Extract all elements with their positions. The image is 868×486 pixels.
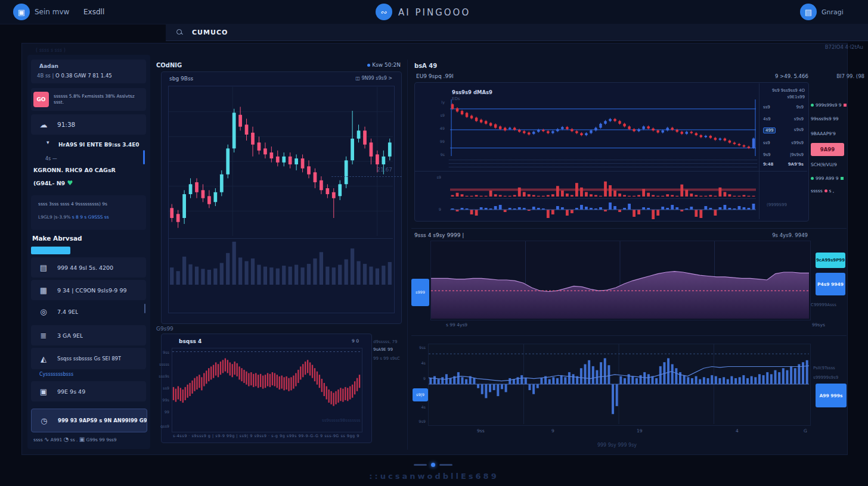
bottom-xlabel: 9ss (477, 428, 485, 434)
center-logo-icon[interactable]: ∾ (376, 4, 392, 20)
right-indicator-2[interactable] (450, 200, 756, 219)
chevron-down-icon: ▾ (46, 139, 49, 145)
sidebar-time-row[interactable]: ☁ 91:38 (31, 114, 146, 135)
area-cyan-button[interactable]: 9cA99s9P99 (816, 253, 845, 268)
carousel-pagination[interactable] (414, 463, 455, 467)
bottom-ylabel: 4s (413, 405, 426, 410)
app-logo-icon[interactable]: ▣ (13, 4, 30, 20)
account-title: Aadan (39, 63, 58, 69)
bottom-xlabel: G (804, 428, 807, 434)
gauge-icon[interactable]: ◔ (64, 436, 69, 443)
camera-icon: ◫ (355, 76, 360, 81)
scale-row: ss99s9 (763, 105, 804, 110)
sidebar-item-power[interactable]: ◎ 7.4 9EL (31, 303, 146, 320)
layers-icon: ≣ (35, 331, 52, 340)
scale-note: (9999S99 (767, 202, 804, 207)
indicator-divider (415, 171, 807, 172)
bottom-blue-button[interactable]: A99 999s (816, 384, 847, 407)
sell-badge[interactable]: 9A99 (811, 143, 844, 156)
dotted-row (449, 160, 757, 160)
app-title: AI PINGOOO (398, 7, 470, 18)
search-input[interactable] (191, 28, 372, 37)
pink-dot-icon (824, 189, 827, 192)
sidebar-item-bank[interactable]: ▦ 9 34 | CC9ON 9sls9-9 99 (31, 280, 146, 300)
main-volume-chart[interactable] (169, 239, 393, 285)
page-dot-active[interactable] (431, 463, 435, 467)
area-blue-button[interactable]: P4s9 9949 (816, 273, 845, 295)
area-bottom-left-label: s 99 4ys9 (446, 322, 467, 328)
bottom-xlabel: 19 (637, 428, 643, 434)
nav-item-1[interactable]: Sein mvw (35, 8, 69, 16)
sidebar-footer: ssss ∿ A991 ◔ ss . ▣ G99s 99 9ss9 (33, 436, 147, 443)
legend-item[interactable]: 99sss9s9 99 (811, 116, 847, 122)
account-line: 4B ss | (37, 73, 54, 79)
sidebar-heading-1: KGRONN. RHC9 A0 CAGsR (33, 167, 144, 173)
legend-item[interactable]: SCH(9/VU/9 (811, 162, 847, 167)
wave-icon[interactable]: ∿ (44, 436, 49, 443)
bottom-ylabel: 9ss (413, 345, 426, 350)
right-candlestick-chart[interactable] (450, 99, 756, 156)
scale-row: ss9s99s9 (763, 141, 804, 145)
status-dot (367, 64, 370, 67)
rsi-watermark: ss9sssss9Bsssssss (322, 418, 370, 423)
sidebar-item-holdings[interactable]: ▤ 999 44 9sl 5s. 4200 (31, 257, 146, 278)
legend-item[interactable]: 999s99s9 9 (811, 102, 847, 108)
alert-text: ssssss 5.8% Fxmsissts 38% Asslvtsz ssst. (54, 94, 144, 105)
area-bottom-right-label: 99sys (812, 322, 825, 328)
price-label: 21.67 (358, 167, 392, 173)
account-label[interactable]: Gnragi (822, 8, 844, 16)
sidebar-item-signals[interactable]: ◭ Ssqss ssbssss Gs SEI 89T (31, 348, 146, 369)
bottom-left-badge[interactable]: s9|9 (413, 388, 428, 401)
legend-item[interactable]: 999 A99 9 (811, 176, 847, 181)
bottom-combo-chart[interactable] (429, 344, 809, 424)
sidebar-entry-block[interactable]: ▾ HrA9S 9I ENTE B9:ss 3.4E0 4s — (31, 137, 146, 168)
sidebar-scrollbar[interactable] (143, 150, 145, 164)
chat-icon[interactable]: ▣ (79, 436, 85, 443)
search-bar[interactable] (166, 24, 868, 41)
info-link[interactable]: s 8 9 s G9SSS ss (72, 214, 109, 220)
sidebar-alert-row[interactable]: GO ssssss 5.8% Fxmsissts 38% Asslvtsz ss… (31, 88, 146, 111)
right-indicator-1[interactable] (450, 174, 756, 197)
search-icon (176, 29, 182, 35)
rsi-ylabel: qss9 (154, 424, 169, 429)
bottom-ylabel: 4s (413, 361, 426, 366)
nav-item-2[interactable]: Exsdll (83, 8, 104, 16)
area-left-badge[interactable]: s999 (411, 279, 429, 306)
page-dash[interactable] (414, 464, 427, 466)
signals-link[interactable]: Cysssssssbsss (39, 372, 141, 377)
bottom-footer-label: 999 9sy 999 9sy (537, 443, 698, 448)
page-dash[interactable] (439, 464, 452, 466)
frame-faint-note: ( ssss s sss ) (36, 48, 66, 53)
rsi-ylabel: sssss (154, 362, 169, 367)
rsi-rail-3: 99 s 99 s9sC (373, 356, 401, 361)
sidebar-scrollbar-tick[interactable] (144, 304, 145, 313)
main-candlestick-chart[interactable] (169, 87, 393, 236)
account-icon[interactable]: ▤ (800, 4, 817, 20)
account-card[interactable]: Aadan 4B ss | O 0.38 GAW 7 81 1.45 (31, 60, 146, 83)
scale-row: 4s9s9s9 (763, 117, 804, 122)
panel-divider (411, 228, 847, 229)
sidebar-item-active[interactable]: ◷ 999 93 9APS9 s 9N AN99I99 G9N (31, 409, 147, 432)
progress-bar (31, 247, 70, 254)
sidebar-item-media[interactable]: ▣ 99E 9s 49 (31, 381, 146, 401)
dotted-row (449, 163, 757, 164)
area-chart[interactable] (431, 241, 809, 319)
bottom-rail-2: s99999s9s9 (813, 375, 848, 380)
ind-ylabel: 9 (427, 207, 441, 212)
rsi-ylabel: sss9s (154, 374, 169, 379)
bottom-ylabel: 9 (413, 376, 426, 381)
chart-icon: ◭ (35, 354, 52, 363)
rsi-rail-1: d9sssss, 79 (373, 339, 401, 344)
sidebar-item-layers[interactable]: ≣ 3 GA 9EL (31, 325, 146, 345)
power-icon: ◎ (35, 307, 52, 316)
right-panel-session: BI7 99. (98 (836, 73, 864, 79)
legend-item[interactable]: ssssss , (811, 188, 847, 194)
cloud-icon: ☁ (35, 120, 52, 129)
corner-note: B72lO4 4·l2tAu (825, 44, 863, 50)
rsi-xaxis: s-4ss9 · s9sss9 g | s9-9 99g | ss9| 9 s9… (173, 434, 361, 438)
right-ylabel: ly (421, 100, 445, 105)
column-divider (407, 60, 408, 450)
legend-item[interactable]: 9BAAAP9'9 (811, 131, 847, 136)
main-card-meta[interactable]: ◫ 9N99 s9s9 > (280, 76, 392, 81)
pink-square-icon (844, 104, 847, 107)
